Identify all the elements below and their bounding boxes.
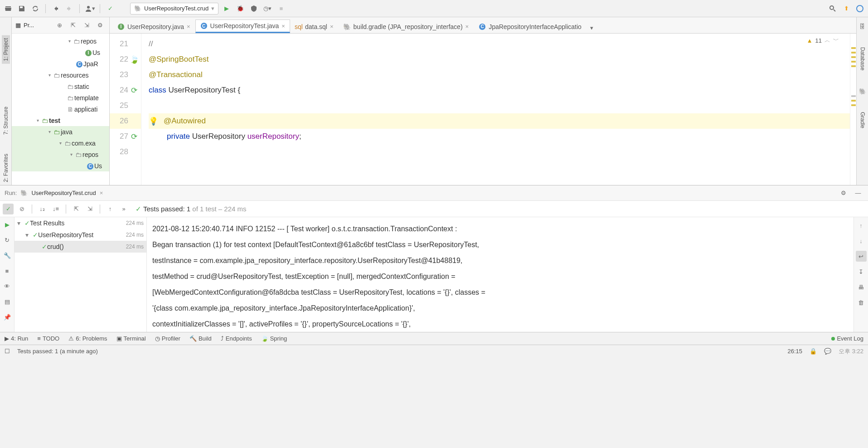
- file-tab[interactable]: sqldata.sql×: [290, 19, 339, 33]
- tree-row[interactable]: 🗀template: [12, 92, 109, 103]
- tree-row[interactable]: ▾🗀test: [12, 115, 109, 126]
- test-results-tree[interactable]: ▾✓ Test Results224 ms ▾✓ UserRepositoryT…: [15, 217, 147, 332]
- spring-leaf-icon[interactable]: 🍃: [130, 55, 138, 64]
- clear-icon[interactable]: 🗑: [856, 297, 867, 308]
- expand-all-icon[interactable]: ⇱: [68, 20, 78, 31]
- run-gutter-icon[interactable]: ⟳: [130, 86, 138, 95]
- ide-update-icon[interactable]: ⬆: [841, 3, 852, 14]
- prev-icon[interactable]: ↑: [105, 204, 116, 214]
- profile-icon[interactable]: ◷▾: [262, 3, 273, 14]
- problems-tab[interactable]: ⚠ 6: Problems: [68, 335, 107, 342]
- minimize-icon[interactable]: —: [853, 188, 863, 199]
- build-tab[interactable]: 🔨 Build: [189, 335, 212, 342]
- softwrap-icon[interactable]: ↩: [856, 251, 867, 262]
- todo-tab[interactable]: ≡ TODO: [37, 335, 59, 342]
- up-icon[interactable]: ↑: [856, 220, 867, 231]
- scroll-end-icon[interactable]: ↧: [856, 266, 867, 277]
- pin-icon[interactable]: 📌: [2, 312, 13, 322]
- console-output[interactable]: 2021-08-12 15:20:40.714 INFO 12152 --- […: [147, 217, 853, 332]
- print-icon[interactable]: 🖶: [856, 282, 867, 292]
- code-editor[interactable]: 21 22🍃 23 24⟳ 25 26 27⟳ 28 ▲ 11 ︿ ﹀ // @…: [110, 34, 856, 185]
- marker-bar[interactable]: [850, 34, 856, 185]
- tree-row[interactable]: 🗎applicati: [12, 103, 109, 115]
- tree-row[interactable]: ▾🗀repos: [12, 149, 109, 160]
- vcs-icon[interactable]: ✓: [105, 3, 116, 14]
- code-body[interactable]: ▲ 11 ︿ ﹀ // @SpringBootTest @Transaction…: [141, 34, 850, 185]
- tree-row[interactable]: IUs: [12, 47, 109, 58]
- endpoints-tab[interactable]: ⤴ Endpoints: [221, 335, 252, 342]
- tree-row[interactable]: CJpaR: [12, 58, 109, 69]
- stop-icon[interactable]: ■: [276, 3, 286, 14]
- open-icon[interactable]: [3, 3, 14, 14]
- settings-icon[interactable]: ⚙: [95, 20, 106, 31]
- close-icon[interactable]: ×: [330, 23, 334, 30]
- project-tree[interactable]: ▾🗀repos IUs CJpaR ▾🗀resources 🗀static 🗀t…: [12, 34, 109, 185]
- notifications-icon[interactable]: 💬: [824, 348, 831, 355]
- tree-row[interactable]: ▾🗀com.exa: [12, 137, 109, 149]
- tab-dropdown-icon[interactable]: ▾: [587, 22, 597, 33]
- test-row-method[interactable]: ✓ crud()224 ms: [15, 241, 146, 253]
- database-tool-tab[interactable]: Database: [858, 44, 867, 73]
- chevron-down-icon[interactable]: ﹀: [833, 36, 839, 44]
- coverage-icon[interactable]: [248, 3, 259, 14]
- rerun-failed-icon[interactable]: ↻: [2, 234, 13, 245]
- locate-icon[interactable]: ⊕: [54, 20, 65, 31]
- profiler-tab[interactable]: ◷ Profiler: [155, 335, 180, 342]
- spring-tab[interactable]: 🍃 Spring: [261, 335, 287, 342]
- status-icon[interactable]: ☐: [5, 348, 10, 355]
- gradle-tool-tab[interactable]: Gradle: [858, 109, 867, 131]
- run-icon[interactable]: ▶: [221, 3, 232, 14]
- sync-icon[interactable]: [30, 3, 41, 14]
- terminal-tab[interactable]: ▣ Terminal: [116, 335, 146, 342]
- ide-logo-icon[interactable]: [854, 3, 865, 14]
- favorites-tool-tab[interactable]: 2: Favorites: [2, 151, 10, 185]
- tree-row[interactable]: ▾🗀repos: [12, 35, 109, 47]
- debug-icon[interactable]: 🐞: [235, 3, 246, 14]
- run-configuration-selector[interactable]: 🐘 UserRepositoryTest.crud ▾: [130, 3, 218, 15]
- save-icon[interactable]: [16, 3, 27, 14]
- layout-icon[interactable]: ▤: [2, 296, 13, 307]
- back-icon[interactable]: [50, 3, 61, 14]
- more-icon[interactable]: »: [118, 204, 129, 214]
- close-icon[interactable]: ×: [100, 190, 103, 196]
- down-icon[interactable]: ↓: [856, 235, 867, 246]
- bean-gutter-icon[interactable]: ⟳: [130, 132, 138, 141]
- file-tab[interactable]: IUserRepository.java×: [112, 19, 195, 33]
- intention-bulb-icon[interactable]: 💡: [149, 117, 158, 126]
- lock-icon[interactable]: 🔒: [810, 348, 817, 355]
- tree-row[interactable]: ▾🗀resources: [12, 69, 109, 81]
- user-icon[interactable]: ▾: [84, 3, 95, 14]
- close-icon[interactable]: ×: [466, 23, 469, 30]
- file-tab-active[interactable]: CUserRepositoryTest.java×: [195, 19, 290, 33]
- inspection-widget[interactable]: ▲ 11 ︿ ﹀: [807, 36, 839, 44]
- tree-row[interactable]: 🗀static: [12, 81, 109, 92]
- gradle-icon[interactable]: 🐘: [857, 86, 868, 97]
- database-icon[interactable]: 🗄: [857, 21, 868, 32]
- chevron-up-icon[interactable]: ︿: [824, 36, 830, 44]
- forward-icon[interactable]: [64, 3, 75, 14]
- search-icon[interactable]: [827, 3, 838, 14]
- structure-tool-tab[interactable]: 7: Structure: [2, 104, 10, 137]
- toggle-auto-icon[interactable]: 🔧: [2, 250, 13, 261]
- show-passed-icon[interactable]: ✓: [3, 204, 14, 214]
- file-tab[interactable]: CJpaRepositoryInterfaceApplicatio: [474, 19, 587, 33]
- sort-dur-icon[interactable]: ↓≡: [50, 204, 61, 214]
- caret-position[interactable]: 26:15: [788, 348, 803, 355]
- settings-icon[interactable]: ⚙: [838, 188, 849, 199]
- rerun-icon[interactable]: ▶: [2, 219, 13, 230]
- test-row-root[interactable]: ▾✓ Test Results224 ms: [15, 217, 146, 229]
- event-log-tab[interactable]: Event Log: [831, 335, 863, 342]
- expand-icon[interactable]: ⇱: [71, 204, 82, 214]
- stop-icon[interactable]: ■: [2, 265, 13, 276]
- tree-row[interactable]: ▾🗀java: [12, 126, 109, 137]
- close-icon[interactable]: ×: [281, 23, 285, 29]
- watch-icon[interactable]: 👁: [2, 281, 13, 292]
- collapse-all-icon[interactable]: ⇲: [81, 20, 92, 31]
- file-tab[interactable]: 🐘build.gradle (JPA_repository_interface)…: [339, 19, 474, 33]
- sort-icon[interactable]: ↓₂: [37, 204, 48, 214]
- project-tool-tab[interactable]: 1: Project: [2, 35, 10, 64]
- show-ignored-icon[interactable]: ⊘: [16, 204, 27, 214]
- project-panel-title[interactable]: Pr...: [24, 22, 51, 29]
- tree-row[interactable]: CUs: [12, 160, 109, 171]
- close-icon[interactable]: ×: [187, 23, 190, 30]
